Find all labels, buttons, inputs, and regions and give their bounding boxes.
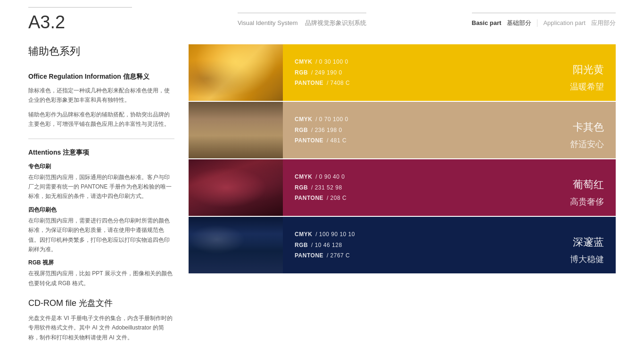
sub2-title: 四色印刷色 <box>28 206 174 214</box>
sub2-text: 在印刷范围内应用，需要进行四色分色印刷时所需的颜色标准，为保证印刷的色彩质量，请… <box>28 216 174 255</box>
nav-vi-label: Visual Identity System <box>238 19 298 26</box>
cmyk-line-navy: CMYK / 100 90 10 10 <box>295 231 355 238</box>
pantone-line-navy: PANTONE / 2767 C <box>295 252 350 259</box>
nav-divider <box>537 19 537 27</box>
color-rgb-label-khaki: RGB / 236 198 0 <box>295 125 604 136</box>
color-row-yellow: CMYK / 0 30 100 0 RGB / 249 190 0 PANTON… <box>189 44 616 101</box>
nav-basic: Basic part <box>472 19 502 26</box>
header-right-nav: Basic part 基础部分 Application part 应用部分 <box>472 13 616 27</box>
right-panel: CMYK / 0 30 100 0 RGB / 249 190 0 PANTON… <box>189 35 616 342</box>
color-row-wine: CMYK / 0 90 40 0 RGB / 231 52 98 PANTONE… <box>189 159 616 216</box>
color-info-wine: CMYK / 0 90 40 0 RGB / 231 52 98 PANTONE… <box>283 159 616 216</box>
sub3-title: RGB 视屏 <box>28 259 174 267</box>
pantone-line-yellow: PANTONE / 7408 C <box>295 80 350 86</box>
header-left: A3.2 <box>28 7 132 33</box>
sub1-title: 专色印刷 <box>28 163 174 171</box>
attentions-title: Attentions 注意事项 <box>28 148 174 157</box>
cmyk-line-khaki: CMYK / 0 70 100 0 <box>295 116 348 123</box>
color-name-cn2-navy: 博大稳健 <box>570 254 604 265</box>
color-pantone-label-navy: PANTONE / 2767 C <box>295 250 604 261</box>
nav-basic-cn: 基础部分 <box>507 19 531 27</box>
color-pantone-label-khaki: PANTONE / 481 C <box>295 135 604 146</box>
color-pantone-label-yellow: PANTONE / 7408 C <box>295 78 604 89</box>
nav-app-cn: 应用部分 <box>591 19 616 27</box>
header-center-nav: Visual Identity System 品牌视觉形象识别系统 <box>238 13 366 27</box>
cd-title: CD-ROM file 光盘文件 <box>28 297 174 309</box>
color-cmyk-label-yellow: CMYK / 0 30 100 0 <box>295 57 604 67</box>
sub1-text: 在印刷范围内应用，国际通用的印刷颜色标准。客户与印厂之间需要有统一的 PANTO… <box>28 173 174 201</box>
rgb-line-navy: RGB / 10 46 128 <box>295 242 342 248</box>
color-name-cn1-wine: 葡萄红 <box>573 178 604 192</box>
pantone-line-khaki: PANTONE / 481 C <box>295 137 347 144</box>
color-rgb-label-yellow: RGB / 249 190 0 <box>295 67 604 78</box>
color-image-wine <box>189 159 283 216</box>
header: A3.2 Visual Identity System 品牌视觉形象识别系统 B… <box>0 0 644 33</box>
page-number: A3.2 <box>28 12 132 33</box>
rgb-line-khaki: RGB / 236 198 0 <box>295 127 342 133</box>
color-info-khaki: CMYK / 0 70 100 0 RGB / 236 198 0 PANTON… <box>283 102 616 158</box>
cmyk-line-yellow: CMYK / 0 30 100 0 <box>295 58 348 65</box>
nav-app: Application part <box>543 19 586 26</box>
info-regulation-title: Office Regulation Information 信息释义 <box>28 73 174 81</box>
color-row-khaki: CMYK / 0 70 100 0 RGB / 236 198 0 PANTON… <box>189 102 616 158</box>
color-img-inner-navy <box>189 217 283 273</box>
color-name-cn1-navy: 深邃蓝 <box>573 235 604 249</box>
rgb-line-yellow: RGB / 249 190 0 <box>295 69 342 76</box>
sub3-text: 在视屏范围内应用，比如 PPT 展示文件，图像相关的颜色也要转化成 RGB 格式… <box>28 269 174 288</box>
color-info-navy: CMYK / 100 90 10 10 RGB / 10 46 128 PANT… <box>283 217 616 273</box>
cmyk-line-wine: CMYK / 0 90 40 0 <box>295 173 345 180</box>
rgb-line-wine: RGB / 231 52 98 <box>295 184 342 191</box>
color-name-cn1-khaki: 卡其色 <box>573 120 604 134</box>
color-cmyk-label-khaki: CMYK / 0 70 100 0 <box>295 114 604 125</box>
color-cmyk-label-navy: CMYK / 100 90 10 10 <box>295 229 604 240</box>
info-text2: 辅助色彩作为品牌标准色彩的辅助搭配，协助突出品牌的主要色彩，可增强平铺在颜色应用… <box>28 110 174 129</box>
color-name-cn2-yellow: 温暖希望 <box>570 81 604 92</box>
page-content: 辅助色系列 Office Regulation Information 信息释义… <box>0 35 644 342</box>
color-img-inner-yellow <box>189 44 283 101</box>
color-image-navy <box>189 217 283 273</box>
color-rgb-label-navy: RGB / 10 46 128 <box>295 240 604 251</box>
color-image-khaki <box>189 102 283 158</box>
color-cmyk-label-wine: CMYK / 0 90 40 0 <box>295 172 604 182</box>
section-title: 辅助色系列 <box>28 44 174 58</box>
color-img-inner-khaki <box>189 102 283 158</box>
color-name-cn2-wine: 高贵奢侈 <box>570 196 604 207</box>
nav-brand-cn: 品牌视觉形象识别系统 <box>305 19 366 27</box>
divider1 <box>28 139 174 139</box>
color-img-inner-wine <box>189 159 283 216</box>
color-pantone-label-wine: PANTONE / 208 C <box>295 193 604 204</box>
color-info-yellow: CMYK / 0 30 100 0 RGB / 249 190 0 PANTON… <box>283 44 616 101</box>
color-image-yellow <box>189 44 283 101</box>
cd-text: 光盘文件是本 VI 手册电子文件的集合，内含手册制作时的专用软件格式文件。其中 … <box>28 313 174 342</box>
color-row-navy: CMYK / 100 90 10 10 RGB / 10 46 128 PANT… <box>189 217 616 273</box>
pantone-line-wine: PANTONE / 208 C <box>295 195 347 201</box>
color-rgb-label-wine: RGB / 231 52 98 <box>295 182 604 193</box>
color-name-cn1-yellow: 阳光黄 <box>573 63 604 77</box>
color-name-cn2-khaki: 舒适安心 <box>570 139 604 150</box>
info-text1: 除标准色，还指定一种或几种色彩来配合标准色使用，使企业的色彩形象更加丰富和具有独… <box>28 86 174 105</box>
left-panel: 辅助色系列 Office Regulation Information 信息释义… <box>28 35 189 342</box>
